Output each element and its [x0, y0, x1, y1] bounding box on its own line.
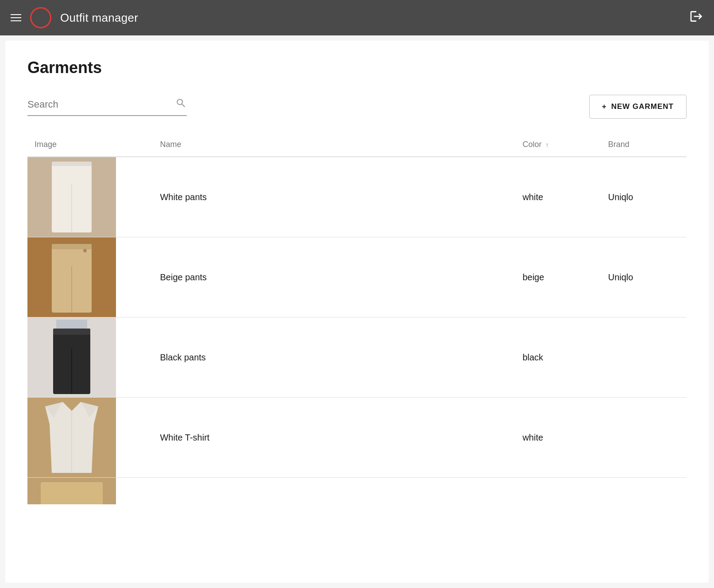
- garment-color: white: [515, 398, 601, 478]
- table-row[interactable]: Black pants black: [27, 317, 687, 398]
- garment-color: [515, 478, 601, 505]
- garment-color: white: [515, 157, 601, 237]
- table-header: Image Name Color ↑ Brand: [27, 135, 687, 157]
- garment-image-cell: [27, 398, 153, 478]
- garment-color: black: [515, 317, 601, 398]
- logout-button[interactable]: [689, 9, 703, 27]
- garment-image: [27, 237, 116, 317]
- search-icon: [175, 97, 187, 112]
- garment-brand: [601, 317, 687, 398]
- table-row[interactable]: White pants white Uniqlo: [27, 157, 687, 237]
- garment-name: White pants: [153, 157, 515, 237]
- new-garment-plus: +: [602, 102, 607, 111]
- page-title: Garments: [27, 58, 687, 77]
- garment-image-cell: [27, 317, 153, 398]
- svg-rect-10: [56, 320, 87, 329]
- garment-color: beige: [515, 237, 601, 317]
- search-container: [27, 97, 187, 116]
- garment-image: [27, 317, 116, 397]
- app-logo: [30, 7, 51, 28]
- main-content: Garments + NEW GARMENT Image Name Color …: [5, 41, 709, 583]
- garment-brand: [601, 398, 687, 478]
- garment-image: [27, 398, 116, 477]
- new-garment-label: NEW GARMENT: [611, 102, 674, 111]
- svg-rect-13: [53, 329, 90, 335]
- table-row[interactable]: White T-shirt white: [27, 398, 687, 478]
- garments-table: Image Name Color ↑ Brand: [27, 135, 687, 504]
- navbar-left: Outfit manager: [11, 7, 138, 28]
- garment-image-cell: [27, 237, 153, 317]
- svg-point-8: [83, 249, 87, 252]
- garment-image-partial: [27, 478, 116, 504]
- garment-image: [27, 157, 116, 237]
- navbar: Outfit manager: [0, 0, 714, 35]
- table-row[interactable]: [27, 478, 687, 505]
- garment-image-cell: [27, 157, 153, 237]
- col-header-name: Name: [153, 135, 515, 157]
- col-header-image: Image: [27, 135, 153, 157]
- garment-brand: Uniqlo: [601, 157, 687, 237]
- toolbar: + NEW GARMENT: [27, 95, 687, 119]
- sort-indicator: ↑: [545, 141, 548, 148]
- col-header-color: Color ↑: [515, 135, 601, 157]
- search-input[interactable]: [27, 99, 175, 110]
- garment-name: White T-shirt: [153, 398, 515, 478]
- garment-name: Beige pants: [153, 237, 515, 317]
- new-garment-button[interactable]: + NEW GARMENT: [589, 95, 687, 119]
- garment-brand: [601, 478, 687, 505]
- garment-image-cell: [27, 478, 153, 505]
- garments-tbody: White pants white Uniqlo Beige pants bei…: [27, 157, 687, 504]
- table-row[interactable]: Beige pants beige Uniqlo: [27, 237, 687, 317]
- col-header-brand: Brand: [601, 135, 687, 157]
- menu-button[interactable]: [11, 14, 21, 21]
- svg-rect-3: [52, 162, 92, 166]
- garment-name: [153, 478, 515, 505]
- garment-name: Black pants: [153, 317, 515, 398]
- app-title: Outfit manager: [60, 11, 138, 25]
- svg-rect-19: [41, 482, 103, 504]
- svg-rect-7: [52, 244, 92, 249]
- garment-brand: Uniqlo: [601, 237, 687, 317]
